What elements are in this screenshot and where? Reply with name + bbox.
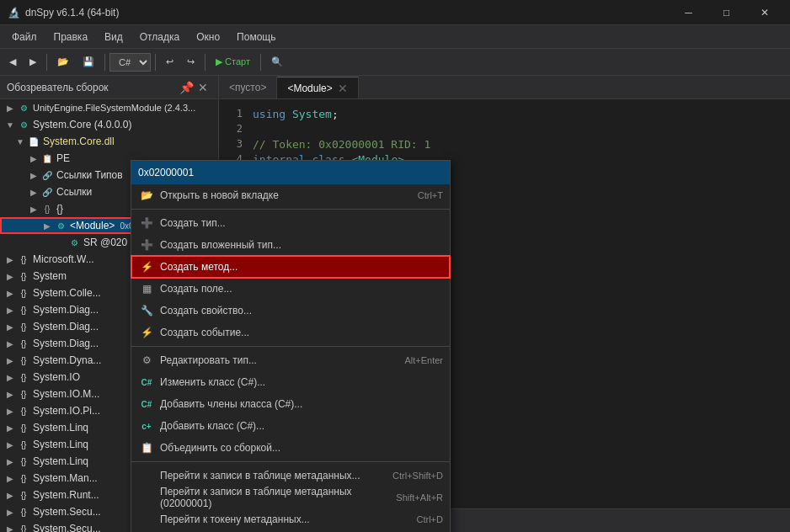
sidebar-close-button[interactable]: ✕ bbox=[195, 79, 211, 96]
language-select[interactable]: C# bbox=[109, 53, 151, 72]
tab-label: <Module> bbox=[287, 82, 332, 94]
ctx-add-members[interactable]: C# Добавить члены класса (C#)... bbox=[131, 393, 450, 415]
tree-toggle[interactable]: ▶ bbox=[27, 168, 40, 182]
tree-toggle[interactable]: ▶ bbox=[3, 471, 17, 485]
ctx-add-class[interactable]: c+ Добавить класс (C#)... bbox=[131, 415, 450, 437]
ctx-goto-metadata-token[interactable]: Перейти к записи в таблице метаданных (0… bbox=[131, 487, 450, 508]
tree-label: System.Secu... bbox=[33, 523, 101, 532]
ctx-shortcut: Ctrl+D bbox=[417, 514, 443, 524]
menu-window[interactable]: Окно bbox=[188, 28, 228, 46]
ctx-label: Создать поле... bbox=[160, 283, 443, 295]
tree-toggle[interactable]: ▶ bbox=[3, 354, 17, 367]
tree-label: <Module> bbox=[70, 220, 115, 231]
tree-toggle[interactable]: ▶ bbox=[3, 337, 17, 350]
line-number: 3 bbox=[219, 138, 253, 150]
ctx-label: Добавить класс (C#)... bbox=[160, 420, 443, 432]
ctx-create-property[interactable]: 🔧 Создать свойство... bbox=[131, 300, 450, 322]
ctx-edit-type[interactable]: ⚙ Редактировать тип... Alt+Enter bbox=[131, 349, 450, 371]
tree-toggle[interactable]: ▶ bbox=[3, 101, 17, 114]
redo-button[interactable]: ↪ bbox=[181, 51, 200, 73]
tree-toggle[interactable]: ▶ bbox=[3, 303, 17, 317]
ns-icon: {} bbox=[17, 438, 30, 451]
tree-toggle[interactable]: ▶ bbox=[3, 387, 17, 401]
tree-toggle[interactable]: ▶ bbox=[3, 505, 17, 519]
ns-icon: {} bbox=[17, 337, 30, 350]
context-menu-header: 0x02000001 bbox=[131, 161, 450, 184]
ctx-goto-token[interactable]: Перейти к токену метаданных... Ctrl+D bbox=[131, 508, 450, 530]
tree-item-systemcore[interactable]: ▼ ⚙ System.Core (4.0.0.0) bbox=[0, 116, 218, 133]
ctx-label: Открыть в новой вкладке bbox=[160, 189, 401, 201]
add-method-icon: ⚡ bbox=[138, 258, 155, 275]
sidebar-pin-button[interactable]: 📌 bbox=[178, 79, 195, 96]
ctx-separator bbox=[131, 209, 450, 210]
undo-button[interactable]: ↩ bbox=[160, 51, 179, 73]
tree-toggle[interactable]: ▶ bbox=[27, 202, 40, 215]
ctx-label: Создать событие... bbox=[160, 327, 443, 338]
ctx-goto-metadata[interactable]: Перейти к записи в таблице метаданных...… bbox=[131, 465, 450, 487]
menu-edit[interactable]: Правка bbox=[45, 28, 97, 46]
ns-icon: {} bbox=[17, 421, 30, 434]
tree-toggle[interactable]: ▶ bbox=[3, 404, 17, 418]
tree-toggle[interactable]: ▶ bbox=[3, 455, 17, 468]
menu-file[interactable]: Файл bbox=[3, 28, 45, 46]
ctx-create-event[interactable]: ⚡ Создать событие... bbox=[131, 322, 450, 343]
tree-label: Microsoft.W... bbox=[33, 253, 94, 265]
add-prop-icon: 🔧 bbox=[138, 302, 155, 319]
ctx-create-method[interactable]: ⚡ Создать метод... bbox=[131, 256, 450, 278]
open-button[interactable]: 📂 bbox=[51, 51, 75, 73]
tree-label: System.Linq bbox=[33, 455, 88, 467]
window-controls: ─ □ ✕ bbox=[670, 0, 783, 25]
ctx-separator bbox=[131, 346, 450, 347]
tree-toggle[interactable]: ▶ bbox=[3, 488, 17, 502]
minimize-button[interactable]: ─ bbox=[670, 0, 707, 25]
code-line: 3 // Token: 0x02000001 RID: 1 bbox=[219, 136, 790, 152]
cs-icon: C# bbox=[138, 374, 155, 391]
tree-toggle[interactable]: ▼ bbox=[13, 135, 27, 148]
back-button[interactable]: ◀ bbox=[3, 51, 22, 73]
tab-bar: <пусто> <Module> ✕ bbox=[219, 76, 790, 99]
menu-debug[interactable]: Отладка bbox=[131, 28, 188, 46]
cs-add-icon: C# bbox=[138, 396, 155, 412]
ctx-create-field[interactable]: ▦ Создать поле... bbox=[131, 278, 450, 300]
close-button[interactable]: ✕ bbox=[745, 0, 783, 25]
forward-button[interactable]: ▶ bbox=[24, 51, 42, 73]
tab-close-button[interactable]: ✕ bbox=[338, 82, 348, 95]
tree-toggle[interactable]: ▶ bbox=[3, 269, 17, 283]
tree-item-systemcoredll[interactable]: ▼ 📄 System.Core.dll bbox=[0, 133, 218, 150]
ctx-create-nested-type[interactable]: ➕ Создать вложенный тип... bbox=[131, 234, 450, 256]
token-icon bbox=[138, 511, 155, 528]
tree-toggle[interactable]: ▶ bbox=[3, 438, 17, 451]
menu-help[interactable]: Помощь bbox=[228, 28, 284, 46]
tree-label: System.IO.Pi... bbox=[33, 405, 100, 417]
ctx-change-class[interactable]: C# Изменить класс (C#)... bbox=[131, 371, 450, 393]
ctx-merge[interactable]: 📋 Объединить со сборкой... bbox=[131, 437, 450, 459]
ctx-open-new-tab[interactable]: 📂 Открыть в новой вкладке Ctrl+T bbox=[131, 184, 450, 206]
tree-toggle[interactable]: ▶ bbox=[3, 370, 17, 384]
tree-toggle[interactable]: ▶ bbox=[3, 320, 17, 333]
tree-label: System.IO.M... bbox=[33, 388, 99, 400]
tree-toggle[interactable]: ▶ bbox=[40, 219, 54, 232]
tree-toggle[interactable]: ▶ bbox=[3, 522, 17, 532]
pe-icon: 📋 bbox=[40, 152, 54, 165]
tab-module[interactable]: <Module> ✕ bbox=[277, 77, 358, 98]
tree-item-unity[interactable]: ▶ ⚙ UnityEngine.FileSystemModule (2.4.3.… bbox=[0, 99, 218, 116]
module-icon: ⚙ bbox=[54, 219, 67, 232]
tree-toggle[interactable]: ▶ bbox=[3, 253, 17, 266]
maximize-button[interactable]: □ bbox=[707, 0, 745, 25]
save-button[interactable]: 💾 bbox=[77, 51, 100, 73]
menu-view[interactable]: Вид bbox=[96, 28, 131, 46]
search-button[interactable]: 🔍 bbox=[265, 51, 289, 73]
tree-toggle[interactable]: ▶ bbox=[3, 286, 17, 300]
tab-empty[interactable]: <пусто> bbox=[219, 77, 277, 98]
tree-toggle[interactable]: ▶ bbox=[27, 152, 40, 165]
start-button[interactable]: ▶ Старт bbox=[210, 51, 256, 73]
tree-toggle[interactable]: ▶ bbox=[3, 421, 17, 434]
add-nested-icon: ➕ bbox=[138, 237, 155, 253]
ctx-label: Перейти к записи в таблице метаданных (0… bbox=[160, 486, 379, 509]
ns-icon: {} bbox=[17, 354, 30, 367]
ctx-create-type[interactable]: ➕ Создать тип... bbox=[131, 212, 450, 234]
tree-toggle[interactable]: ▶ bbox=[27, 185, 40, 199]
ns-icon: {} bbox=[17, 455, 30, 468]
tree-toggle[interactable]: ▼ bbox=[3, 118, 17, 131]
tree-label: PE bbox=[56, 152, 70, 164]
